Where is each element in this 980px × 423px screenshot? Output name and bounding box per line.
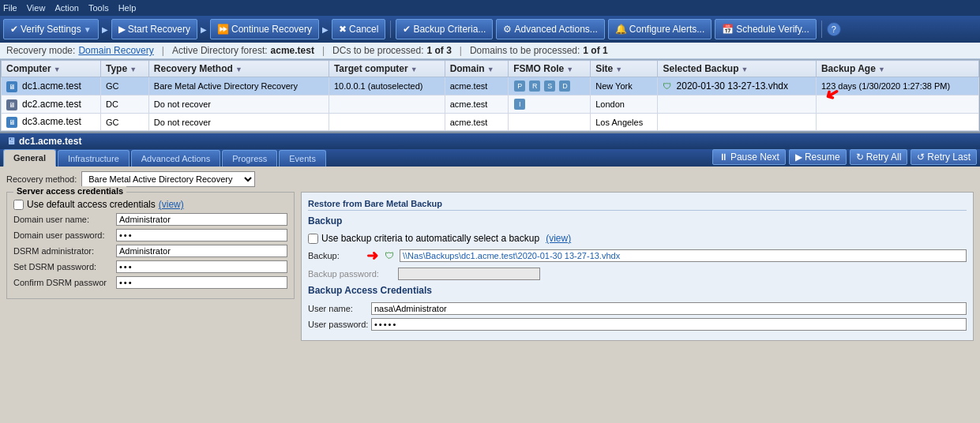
cell-recovery: Bare Metal Active Directory Recovery [148,77,329,95]
flow-arrow-icon: ▶ [102,25,108,34]
col-fsmo[interactable]: FSMO Role ▼ [509,61,591,77]
resume-icon: ▶ [795,152,802,163]
username-input[interactable] [371,302,967,315]
cell-type: GC [100,77,148,95]
cell-domain: acme.test [445,77,509,95]
retry-last-icon: ↺ [917,152,925,163]
col-backup[interactable]: Selected Backup ▼ [658,61,816,77]
col-recovery-method[interactable]: Recovery Method ▼ [148,61,329,77]
backup-label: Backup: [308,251,363,260]
tab-events[interactable]: Events [279,150,326,167]
tab-general[interactable]: General [3,149,56,167]
sort-icon: ▼ [487,66,494,73]
start-recovery-button[interactable]: ▶ Start Recovery [111,19,197,39]
backup-view-link[interactable]: (view) [546,233,571,244]
retry-all-button[interactable]: ↻ Retry All [850,149,908,165]
recovery-method-row: Recovery method: Bare Metal Active Direc… [6,171,974,187]
verify-settings-button[interactable]: ✔ Verify Settings ▼ [3,19,99,39]
col-target[interactable]: Target computer ▼ [329,61,445,77]
backup-criteria-button[interactable]: ✔ Backup Criteria... [396,19,493,39]
domains-value: 1 of 1 [583,45,607,56]
cancel-button[interactable]: ✖ Cancel [332,19,385,39]
panel-server-name: dc1.acme.test [19,136,81,147]
cell-site: Los Angeles [591,114,658,131]
user-password-input[interactable] [371,318,967,331]
dsrm-admin-label: DSRM administrator: [13,246,116,256]
cancel-icon: ✖ [339,24,347,35]
fsmo-d-tag: D [559,80,570,92]
tab-infrastructure[interactable]: Infrastructure [58,150,130,167]
configure-alerts-button[interactable]: 🔔 Configure Alerts... [608,19,712,39]
menu-bar: File View Action Tools Help [0,0,980,16]
col-computer[interactable]: Computer ▼ [2,61,101,77]
tab-progress[interactable]: Progress [222,150,277,167]
table-row[interactable]: 🖥 dc3.acme.test GC Do not recover acme.t… [2,114,979,131]
use-backup-criteria-checkbox[interactable] [308,234,318,244]
col-age[interactable]: Backup Age ▼ [816,61,978,77]
alerts-icon: 🔔 [615,24,627,35]
menu-tools[interactable]: Tools [88,3,109,13]
col-domain[interactable]: Domain ▼ [445,61,509,77]
status-bar: Recovery mode: Domain Recovery | Active … [0,43,980,59]
domain-user-input[interactable] [116,213,287,226]
backup-path-input[interactable] [400,249,967,262]
confirm-dsrm-input[interactable] [116,276,287,289]
cell-domain: acme.test [445,114,509,131]
username-label: User name: [308,304,371,313]
continue-recovery-button[interactable]: ⏩ Continue Recovery [210,19,319,39]
retry-last-button[interactable]: ↺ Retry Last [911,149,977,165]
domain-password-label: Domain user password: [13,230,116,240]
tabs-row: General Infrastructure Advanced Actions … [0,149,980,167]
flow-arrow3-icon: ▶ [322,25,329,34]
separator2 [821,21,822,38]
help-button[interactable]: ? [827,22,841,36]
credentials-view-link[interactable]: (view) [159,199,184,210]
resume-button[interactable]: ▶ Resume [789,149,847,165]
continue-icon: ⏩ [217,24,229,35]
backup-password-input[interactable] [398,268,540,280]
cell-type: DC [100,95,148,114]
set-dsrm-input[interactable] [116,260,287,273]
table-row[interactable]: 🖥 dc2.acme.test DC Do not recover acme.t… [2,95,979,114]
menu-view[interactable]: View [27,3,46,13]
shield-icon: 🛡 [663,81,672,91]
cell-backup [658,114,816,131]
cell-age [816,95,978,114]
ad-forest-value: acme.test [271,45,314,56]
menu-action[interactable]: Action [54,3,79,13]
sort-icon: ▼ [878,66,885,73]
tab-advanced-actions[interactable]: Advanced Actions [131,150,220,167]
start-icon: ▶ [118,24,126,35]
pause-icon: ⏸ [719,152,728,163]
col-type[interactable]: Type ▼ [100,61,148,77]
cell-target [329,95,445,114]
use-default-checkbox[interactable] [13,200,24,210]
advanced-actions-button[interactable]: ⚙ Advanced Actions... [496,19,604,39]
flow-arrow2-icon: ▶ [201,25,207,34]
sort-icon: ▼ [54,66,61,73]
dc-icon: 🖥 [6,81,17,92]
pause-next-button[interactable]: ⏸ Pause Next [712,149,786,165]
dsrm-admin-input[interactable] [116,245,287,257]
schedule-icon: 📅 [722,24,734,35]
menu-help[interactable]: Help [118,3,137,13]
backup-shield-icon: 🛡 [385,250,394,261]
col-site[interactable]: Site ▼ [591,61,658,77]
table-row[interactable]: 🖥 dc1.acme.test GC Bare Metal Active Dir… [2,77,979,95]
username-row: User name: [308,302,967,315]
recovery-mode-link[interactable]: Domain Recovery [78,45,153,56]
domain-password-row: Domain user password: [13,229,287,241]
backup-password-row: Backup password: [308,268,967,280]
cell-site: London [591,95,658,114]
cell-target [329,114,445,131]
cell-backup [658,95,816,114]
menu-file[interactable]: File [3,3,17,13]
use-backup-criteria-row: Use backup criteria to automatically sel… [308,233,967,244]
cell-age [816,114,978,131]
domain-password-input[interactable] [116,229,287,241]
fsmo-s-tag: S [544,80,555,92]
dc-table: Computer ▼ Type ▼ Recovery Method ▼ Targ… [1,60,979,131]
schedule-verify-button[interactable]: 📅 Schedule Verify... [715,19,817,39]
dc-icon: 🖥 [6,117,17,128]
recovery-method-dropdown[interactable]: Bare Metal Active Directory Recovery [81,171,255,187]
